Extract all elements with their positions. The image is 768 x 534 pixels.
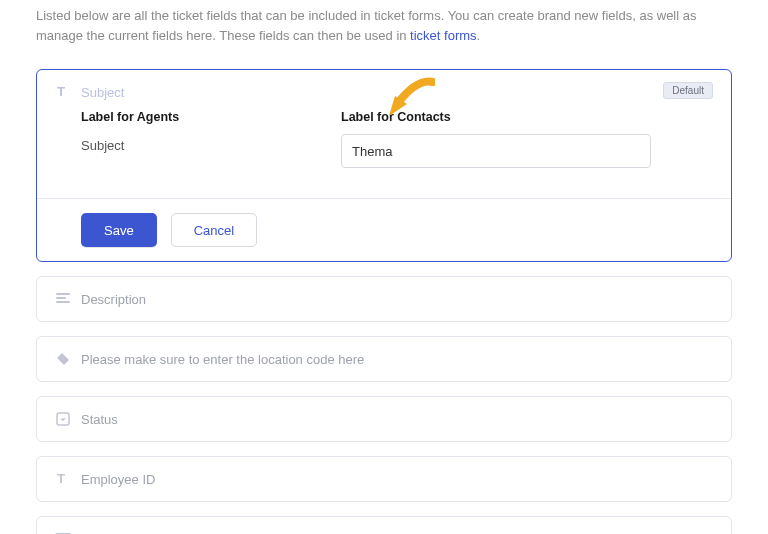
dropdown-icon <box>55 411 71 427</box>
text-field-icon: T <box>55 84 71 100</box>
default-badge: Default <box>663 82 713 99</box>
field-card-location-note[interactable]: Please make sure to enter the location c… <box>36 336 732 382</box>
field-card-status[interactable]: Status <box>36 396 732 442</box>
label-for-agents-value: Subject <box>81 134 281 153</box>
save-button[interactable]: Save <box>81 213 157 247</box>
fields-container: T Subject Default Label for Agents Subje… <box>0 51 768 534</box>
field-title: Please make sure to enter the location c… <box>81 352 364 367</box>
field-title: Description <box>81 292 146 307</box>
field-row: Label for Agents Subject Label for Conta… <box>37 104 731 168</box>
text-field-icon: T <box>55 471 71 487</box>
label-for-contacts-heading: Label for Contacts <box>341 110 651 124</box>
intro-text: Listed below are all the ticket fields t… <box>0 0 768 51</box>
intro-before: Listed below are all the ticket fields t… <box>36 8 696 43</box>
card-footer: Save Cancel <box>37 198 731 261</box>
intro-after: . <box>477 28 481 43</box>
cancel-button[interactable]: Cancel <box>171 213 257 247</box>
label-for-contacts-col: Label for Contacts <box>341 110 651 168</box>
ticket-forms-link[interactable]: ticket forms <box>410 28 476 43</box>
field-card-location-code[interactable]: 123 Location Code <box>36 516 732 534</box>
svg-text:T: T <box>57 472 65 486</box>
align-left-icon <box>55 291 71 307</box>
field-card-header: T Subject Default <box>37 70 731 104</box>
label-for-agents-heading: Label for Agents <box>81 110 281 124</box>
field-card-employee-id[interactable]: T Employee ID <box>36 456 732 502</box>
field-title: Subject <box>81 85 124 100</box>
field-title: Status <box>81 412 118 427</box>
label-for-agents-col: Label for Agents Subject <box>81 110 281 168</box>
tag-icon <box>55 351 71 367</box>
svg-text:T: T <box>57 85 65 99</box>
label-for-contacts-input[interactable] <box>341 134 651 168</box>
field-card-description[interactable]: Description <box>36 276 732 322</box>
field-title: Employee ID <box>81 472 155 487</box>
field-card-subject[interactable]: T Subject Default Label for Agents Subje… <box>36 69 732 262</box>
